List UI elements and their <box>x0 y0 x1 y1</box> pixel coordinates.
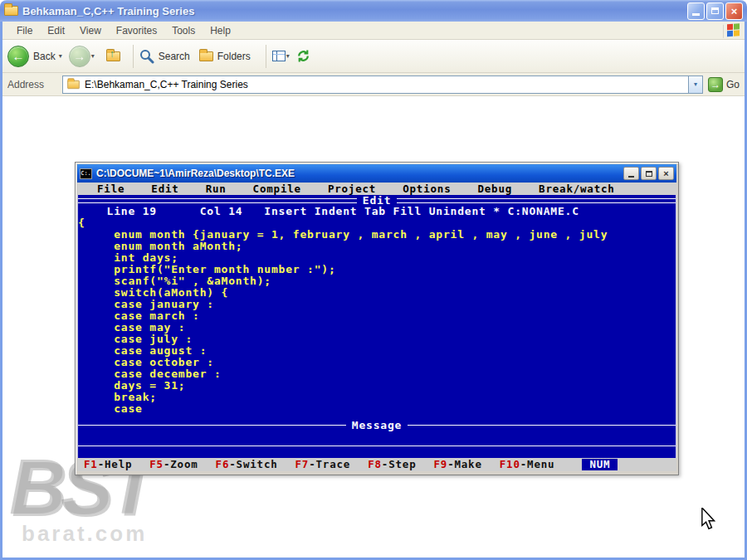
num-lock-indicator: NUM <box>582 459 618 470</box>
close-icon: × <box>731 5 738 17</box>
address-label: Address <box>7 79 44 90</box>
code-line: switch(aMonth) { <box>78 287 676 299</box>
search-label: Search <box>159 51 190 62</box>
code-line: case may : <box>78 322 676 334</box>
toolbar-separator <box>266 45 266 68</box>
search-button[interactable]: Search <box>139 49 193 64</box>
tc-menu-breakwatch[interactable]: Break/watch <box>539 183 615 195</box>
code-line: case december : <box>78 368 676 380</box>
up-button[interactable]: ↑ <box>106 51 120 61</box>
folders-button[interactable]: Folders <box>199 51 253 62</box>
views-button[interactable]: ▾ <box>272 51 290 61</box>
edit-status-line: Line 19 Col 14 Insert Indent Tab Fill Un… <box>78 206 676 217</box>
fkey-help[interactable]: F1Help <box>84 459 132 470</box>
go-label: Go <box>726 79 740 90</box>
tc-menu-debug[interactable]: Debug <box>477 183 512 195</box>
console-icon: C:. <box>80 168 92 179</box>
menu-view[interactable]: View <box>72 25 109 37</box>
back-dropdown-icon[interactable]: ▾ <box>59 52 62 60</box>
tc-menu-run[interactable]: Run <box>206 183 227 195</box>
code-line: enum month {january = 1, february , marc… <box>78 229 676 241</box>
fkey-make[interactable]: F9Make <box>433 459 481 470</box>
window-title: Behkaman_C,C++ Training Series <box>22 5 686 17</box>
code-line: case january : <box>78 299 676 310</box>
tc-menu-project[interactable]: Project <box>328 183 376 195</box>
code-line: { <box>78 217 676 229</box>
menu-edit[interactable]: Edit <box>40 25 72 37</box>
go-icon: → <box>708 77 723 92</box>
tc-body: Edit Line 19 Col 14 Insert Indent Tab Fi… <box>77 195 676 458</box>
views-dropdown-icon[interactable]: ▾ <box>286 52 290 60</box>
address-folder-icon <box>67 80 79 88</box>
minimize-icon <box>692 13 700 16</box>
tc-menu-edit[interactable]: Edit <box>151 183 178 195</box>
refresh-button[interactable] <box>296 49 310 63</box>
folders-label: Folders <box>217 51 251 62</box>
refresh-icon <box>296 49 310 63</box>
code-line: case july : <box>78 334 676 345</box>
menu-tools[interactable]: Tools <box>164 25 203 37</box>
explorer-titlebar[interactable]: Behkaman_C,C++ Training Series × <box>0 0 747 22</box>
menu-help[interactable]: Help <box>203 25 238 37</box>
up-arrow-icon: ↑ <box>110 48 115 60</box>
tc-menu-options[interactable]: Options <box>403 183 451 195</box>
fkey-menu[interactable]: F10Menu <box>500 459 555 470</box>
minimize-icon <box>628 176 634 178</box>
search-icon <box>139 49 154 64</box>
restore-icon <box>646 171 652 177</box>
address-input[interactable]: E:\Behkaman_C,C++ Training Series ▾ <box>62 75 703 94</box>
code-line: case august : <box>78 345 676 357</box>
close-icon: × <box>663 168 668 178</box>
tc-menu-file[interactable]: File <box>97 183 124 195</box>
forward-dropdown-icon[interactable]: ▾ <box>91 52 95 60</box>
tc-edit-window[interactable]: Edit Line 19 Col 14 Insert Indent Tab Fi… <box>78 195 676 420</box>
tc-message-window[interactable]: Message <box>78 420 676 448</box>
tc-menubar: File Edit Run Compile Project Options De… <box>77 183 676 195</box>
restore-button[interactable] <box>706 2 724 20</box>
tc-menu-compile[interactable]: Compile <box>253 183 301 195</box>
code-line: case october : <box>78 357 676 368</box>
address-dropdown-button[interactable]: ▾ <box>688 76 702 93</box>
explorer-folder-icon <box>4 6 18 16</box>
code-line: days = 31; <box>78 380 676 392</box>
back-label: Back <box>33 51 56 62</box>
code-line: enum month aMonth; <box>78 241 676 252</box>
mouse-cursor <box>701 508 715 533</box>
code-line: printf("Enter month number :"); <box>78 264 676 275</box>
explorer-addressbar: Address E:\Behkaman_C,C++ Training Serie… <box>2 73 745 96</box>
fkey-step[interactable]: F8Step <box>368 459 416 470</box>
tc-screen: File Edit Run Compile Project Options De… <box>77 183 676 471</box>
code-line: case <box>78 403 676 415</box>
windows-logo-icon <box>723 23 740 37</box>
menu-favorites[interactable]: Favorites <box>109 25 164 37</box>
close-button[interactable]: × <box>725 2 743 20</box>
go-button[interactable]: → Go <box>708 77 740 92</box>
fkey-switch[interactable]: F6Switch <box>216 459 278 470</box>
console-minimize-button[interactable] <box>623 167 639 180</box>
fkey-zoom[interactable]: F5Zoom <box>149 459 198 470</box>
message-window-border: Message <box>78 420 676 431</box>
fkey-trace[interactable]: F7Trace <box>295 459 351 470</box>
tc-function-key-bar: F1Help F5Zoom F6Switch F7Trace F8Step F9… <box>77 458 676 471</box>
console-close-button[interactable]: × <box>658 167 674 180</box>
console-restore-button[interactable] <box>641 167 657 180</box>
forward-icon: → <box>69 46 90 67</box>
tc-spacer <box>78 448 676 458</box>
back-icon: ← <box>7 46 29 67</box>
code-line: scanf("%i" , &aMonth); <box>78 275 676 287</box>
code-line: int days; <box>78 252 676 264</box>
console-titlebar[interactable]: C:. C:\DOCUME~1\AmirReza\Desktop\TC.EXE … <box>77 164 676 183</box>
code-line: break; <box>78 392 676 403</box>
menu-file[interactable]: File <box>9 25 40 37</box>
message-body <box>78 431 676 446</box>
back-button[interactable]: ← Back ▾ <box>7 46 62 67</box>
titlebar-buttons: × <box>686 2 743 20</box>
code-line: case march : <box>78 310 676 322</box>
console-title: C:\DOCUME~1\AmirReza\Desktop\TC.EXE <box>96 168 622 179</box>
explorer-menubar: File Edit View Favorites Tools Help <box>2 22 745 40</box>
forward-button[interactable]: → ▾ <box>69 46 95 67</box>
minimize-button[interactable] <box>687 2 705 20</box>
message-window-title: Message <box>346 420 408 431</box>
restore-icon <box>711 7 719 14</box>
explorer-toolbar: ← Back ▾ → ▾ ↑ Search Folders ▾ <box>2 40 745 73</box>
